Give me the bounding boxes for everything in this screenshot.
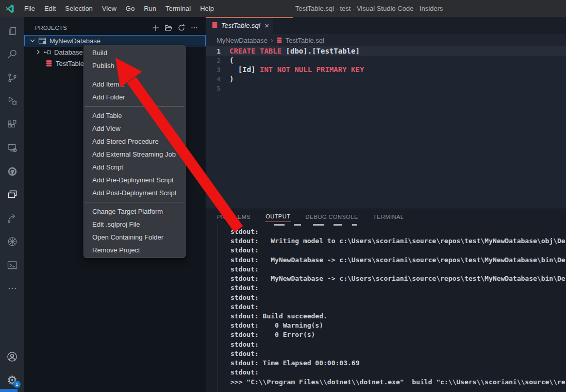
add-project-icon[interactable] (151, 23, 161, 33)
azure-pipelines-icon[interactable] (0, 207, 24, 230)
context-menu-item[interactable]: Add Table (84, 109, 185, 122)
projects-panel-header: PROJECTS (24, 22, 206, 34)
menu-bar: FileEditSelectionViewGoRunTerminalHelp (20, 0, 219, 17)
context-menu-item[interactable]: Publish (84, 59, 185, 72)
github-icon[interactable] (0, 160, 24, 183)
output-line: >>> "C:\\Program Files\\dotnet\\dotnet.e… (230, 378, 566, 387)
menu-bar-item[interactable]: Edit (40, 0, 60, 17)
remote-indicator-strip[interactable] (0, 389, 18, 392)
tab-testtable-sql[interactable]: TestTable.sql × (206, 17, 273, 34)
output-panel[interactable]: stdout:stdout: Writing model to c:\Users… (206, 224, 566, 392)
menu-bar-item[interactable]: Go (121, 0, 139, 17)
chevron-right-icon[interactable] (35, 48, 42, 56)
menu-bar-item[interactable]: Help (195, 0, 219, 17)
title-bar: FileEditSelectionViewGoRunTerminalHelp T… (0, 0, 566, 17)
menu-bar-item[interactable]: Terminal (161, 0, 195, 17)
source-control-icon[interactable] (0, 66, 24, 90)
tab-terminal[interactable]: TERMINAL (373, 211, 405, 222)
extensions-icon[interactable] (0, 113, 24, 137)
context-menu-item[interactable]: Add Pre-Deployment Script (84, 174, 185, 186)
run-and-debug-icon[interactable] (0, 90, 24, 113)
open-project-folder-icon[interactable] (163, 23, 174, 33)
window-title: TestTable.sql - test - Visual Studio Cod… (295, 5, 443, 12)
database-projects-icon[interactable] (0, 183, 24, 207)
project-context-menu: BuildPublish Add Item...Add Folder Add T… (84, 45, 186, 258)
output-line: stdout: Build succeeded. (230, 312, 566, 321)
menu-separator (85, 202, 185, 202)
references-icon (43, 48, 51, 56)
tab-label: TestTable.sql (221, 22, 260, 29)
powershell-terminal-icon[interactable] (0, 253, 24, 277)
vscode-window: FileEditSelectionViewGoRunTerminalHelp T… (0, 0, 566, 392)
active-tab-top-border (206, 17, 293, 18)
context-menu-item[interactable]: Add Stored Procedure (84, 135, 185, 148)
bottom-panel: PROBLEMS OUTPUT DEBUG CONSOLE TERMINAL s… (206, 209, 566, 392)
output-log: stdout:stdout: Writing model to c:\Users… (230, 227, 566, 387)
database-file-icon (211, 21, 218, 30)
projects-panel-title: PROJECTS (35, 25, 67, 31)
context-menu-item[interactable]: Build (84, 46, 185, 59)
menu-bar-item[interactable]: Run (139, 0, 161, 17)
kubernetes-icon[interactable] (0, 230, 24, 254)
menu-bar-item[interactable]: Selection (60, 0, 97, 17)
search-icon[interactable] (0, 43, 24, 66)
refresh-icon[interactable] (176, 23, 187, 33)
close-tab-icon[interactable]: × (264, 22, 269, 29)
output-line: stdout: (230, 340, 566, 349)
code-line: 4 ) (206, 74, 566, 83)
more-views-icon[interactable] (0, 277, 24, 301)
accounts-icon[interactable] (0, 345, 24, 369)
output-line: stdout: MyNewDatabase -> c:\Users\scoria… (230, 274, 566, 283)
more-actions-icon[interactable] (189, 23, 199, 33)
context-menu-item[interactable]: Add Script (84, 161, 185, 174)
tab-debug-console[interactable]: DEBUG CONSOLE (305, 211, 358, 222)
code-line: 3 [Id] INT NOT NULL PRIMARY KEY (206, 65, 566, 74)
chevron-down-icon[interactable] (28, 37, 37, 44)
context-menu-item[interactable]: Add Folder (84, 91, 185, 104)
menu-separator (85, 106, 185, 107)
output-line: stdout: (230, 302, 566, 312)
context-menu-item[interactable]: Remove Project (84, 244, 185, 257)
context-menu-item[interactable]: Add View (84, 122, 185, 135)
panel-divider (218, 224, 218, 392)
output-line: stdout: (230, 293, 566, 302)
output-line: stdout: Writing model to c:\Users\scoria… (230, 236, 566, 246)
remote-explorer-icon[interactable] (0, 137, 24, 160)
database-file-icon (276, 37, 282, 43)
explorer-icon[interactable] (0, 19, 24, 43)
editor-region: TestTable.sql × MyNewDatabase › TestTabl… (206, 17, 566, 392)
panel-tab-bar: PROBLEMS OUTPUT DEBUG CONSOLE TERMINAL (206, 209, 566, 224)
database-project-icon (38, 37, 47, 45)
breadcrumb-project[interactable]: MyNewDatabase (217, 37, 268, 44)
chevron-right-icon: › (271, 36, 273, 44)
code-line: 1 CREATE TABLE [dbo].[TestTable] (206, 46, 566, 56)
tab-problems[interactable]: PROBLEMS (217, 211, 251, 222)
code-line: 5 (206, 83, 566, 93)
context-menu-item[interactable]: Edit .sqlproj File (84, 218, 185, 231)
output-line: stdout: (230, 227, 566, 236)
code-editor[interactable]: 1 CREATE TABLE [dbo].[TestTable] 2 ( 3 [… (206, 46, 566, 209)
code-line: 2 ( (206, 56, 566, 65)
settings-badge: 1 (13, 381, 21, 388)
breadcrumb-file[interactable]: TestTable.sql (286, 37, 324, 44)
menu-bar-item[interactable]: File (20, 0, 40, 17)
context-menu-item[interactable]: Change Target Platform (84, 205, 185, 218)
output-line: stdout: (230, 368, 566, 377)
breadcrumb: MyNewDatabase › TestTable.sql (206, 34, 566, 46)
output-line: stdout: (230, 283, 566, 293)
context-menu-item[interactable]: Add Item... (84, 78, 185, 91)
output-line: stdout: Time Elapsed 00:00:03.69 (230, 359, 566, 368)
tab-output[interactable]: OUTPUT (265, 211, 291, 222)
menu-bar-item[interactable]: View (97, 0, 121, 17)
output-line: stdout: (230, 265, 566, 274)
editor-tab-bar: TestTable.sql × (206, 17, 566, 34)
output-line: stdout: MyNewDatabase -> c:\Users\scoria… (230, 255, 566, 265)
context-menu-item[interactable]: Add Post-Deployment Script (84, 186, 185, 199)
output-line: stdout: (230, 349, 566, 359)
project-label: MyNewDatabase (49, 37, 101, 45)
vscode-insiders-logo-icon (5, 4, 14, 13)
context-menu-item[interactable]: Open Containing Folder (84, 231, 185, 244)
output-line: stdout: (230, 246, 566, 255)
activity-bar: ⚙ 1 (0, 17, 24, 392)
context-menu-item[interactable]: Add External Streaming Job (84, 148, 185, 161)
